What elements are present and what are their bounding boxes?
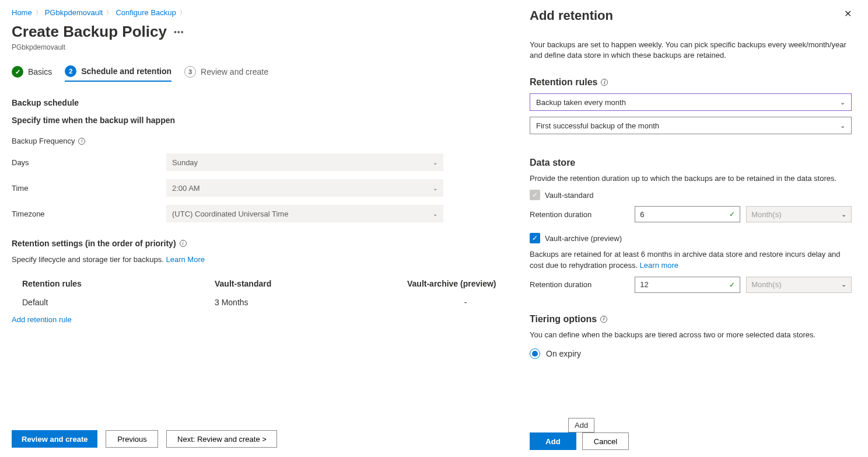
- col-rules: Retention rules: [22, 279, 215, 288]
- vs-unit-select[interactable]: Month(s)⌄: [746, 206, 852, 222]
- breadcrumb-home[interactable]: Home: [12, 8, 32, 17]
- add-retention-panel: Add retention ✕ Your backups are set to …: [513, 0, 868, 457]
- vault-standard-checkbox: ✓: [530, 190, 540, 200]
- backup-frequency-label: Backup Frequency: [12, 137, 166, 145]
- col-vault-standard: Vault-standard: [215, 279, 407, 288]
- timezone-label: Timezone: [12, 210, 166, 218]
- retention-duration-label: Retention duration: [530, 280, 635, 289]
- vault-archive-checkbox[interactable]: ✓: [530, 233, 540, 243]
- info-icon[interactable]: [600, 316, 607, 323]
- chevron-down-icon: ⌄: [841, 211, 846, 218]
- learn-more-link[interactable]: Learn more: [640, 261, 678, 270]
- cell-va: -: [407, 298, 524, 307]
- wizard-steps: ✓ Basics 2 Schedule and retention 3 Revi…: [12, 65, 497, 82]
- on-expiry-radio[interactable]: [530, 348, 540, 359]
- add-tooltip: Add: [568, 418, 594, 432]
- retention-duration-label: Retention duration: [530, 210, 635, 219]
- va-unit-select[interactable]: Month(s)⌄: [746, 277, 852, 293]
- step-number-icon: 3: [184, 66, 196, 78]
- retention-table: Retention rules Vault-standard Vault-arc…: [12, 277, 497, 309]
- panel-title: Add retention: [530, 8, 613, 23]
- retention-rules-heading: Retention rules: [530, 77, 597, 88]
- vs-duration-input[interactable]: 6✓: [635, 206, 740, 222]
- more-icon[interactable]: •••: [174, 27, 184, 37]
- check-icon: ✓: [729, 210, 735, 218]
- tiering-desc: You can define when the backups are tier…: [530, 330, 852, 339]
- breadcrumb-configure[interactable]: Configure Backup: [116, 8, 176, 17]
- breadcrumb-vault[interactable]: PGbkpdemovault: [45, 8, 103, 17]
- vault-standard-label: Vault-standard: [545, 191, 594, 200]
- check-icon: ✓: [729, 281, 735, 289]
- step-schedule[interactable]: 2 Schedule and retention: [65, 65, 172, 82]
- step-number-icon: 2: [65, 65, 76, 77]
- retention-desc: Specify lifecycle and storage tier for b…: [12, 255, 497, 264]
- page-title: Create Backup Policy: [12, 23, 167, 41]
- step-label: Schedule and retention: [81, 67, 172, 76]
- tiering-heading: Tiering options: [530, 314, 597, 325]
- vault-archive-label: Vault-archive (preview): [545, 234, 622, 243]
- backup-schedule-sub: Specify time when the backup will happen: [12, 116, 497, 125]
- chevron-right-icon: 〉: [36, 9, 41, 17]
- close-icon[interactable]: ✕: [844, 8, 852, 19]
- data-store-desc: Provide the retention duration up to whi…: [530, 174, 852, 183]
- next-button[interactable]: Next: Review and create >: [166, 430, 277, 448]
- time-select[interactable]: 2:00 AM⌄: [166, 179, 443, 197]
- review-create-button[interactable]: Review and create: [12, 430, 97, 448]
- check-icon: ✓: [12, 66, 23, 78]
- previous-button[interactable]: Previous: [106, 430, 158, 448]
- learn-more-link[interactable]: Learn More: [166, 255, 204, 264]
- info-icon[interactable]: [601, 79, 608, 86]
- time-label: Time: [12, 184, 166, 193]
- cancel-button[interactable]: Cancel: [582, 432, 629, 450]
- chevron-down-icon: ⌄: [433, 211, 438, 217]
- timezone-select[interactable]: (UTC) Coordinated Universal Time⌄: [166, 205, 443, 222]
- on-expiry-label: On expiry: [546, 349, 581, 358]
- breadcrumb: Home 〉 PGbkpdemovault 〉 Configure Backup…: [12, 8, 497, 17]
- days-select[interactable]: Sunday⌄: [166, 154, 443, 171]
- data-store-heading: Data store: [530, 158, 575, 168]
- chevron-down-icon: ⌄: [841, 281, 846, 288]
- va-duration-input[interactable]: 12✓: [635, 277, 740, 293]
- step-basics[interactable]: ✓ Basics: [12, 66, 52, 81]
- add-retention-rule-link[interactable]: Add retention rule: [12, 315, 72, 324]
- add-button[interactable]: Add: [530, 432, 576, 450]
- cell-vs: 3 Months: [215, 298, 407, 307]
- chevron-right-icon: 〉: [106, 9, 112, 17]
- panel-intro: Your backups are set to happen weekly. Y…: [530, 40, 852, 61]
- backup-schedule-heading: Backup schedule: [12, 98, 497, 107]
- chevron-down-icon: ⌄: [433, 185, 438, 191]
- days-label: Days: [12, 158, 166, 167]
- info-icon[interactable]: [180, 240, 187, 247]
- chevron-right-icon: 〉: [180, 9, 186, 17]
- retention-rule-select[interactable]: Backup taken every month⌄: [530, 93, 852, 111]
- step-review[interactable]: 3 Review and create: [184, 66, 268, 81]
- retention-settings-heading: Retention settings (in the order of prio…: [12, 239, 176, 248]
- info-icon[interactable]: [78, 138, 85, 145]
- chevron-down-icon: ⌄: [433, 159, 438, 166]
- cell-rule: Default: [22, 298, 215, 307]
- page-subtitle: PGbkpdemovault: [12, 43, 497, 51]
- archive-note: Backups are retained for at least 6 mont…: [530, 249, 852, 270]
- step-label: Basics: [28, 67, 52, 76]
- chevron-down-icon: ⌄: [840, 99, 845, 106]
- col-vault-archive: Vault-archive (preview): [407, 279, 524, 288]
- step-label: Review and create: [201, 67, 268, 76]
- table-row: Default 3 Months -: [12, 295, 497, 309]
- chevron-down-icon: ⌄: [840, 122, 845, 130]
- retention-subrule-select[interactable]: First successful backup of the month⌄: [530, 117, 852, 134]
